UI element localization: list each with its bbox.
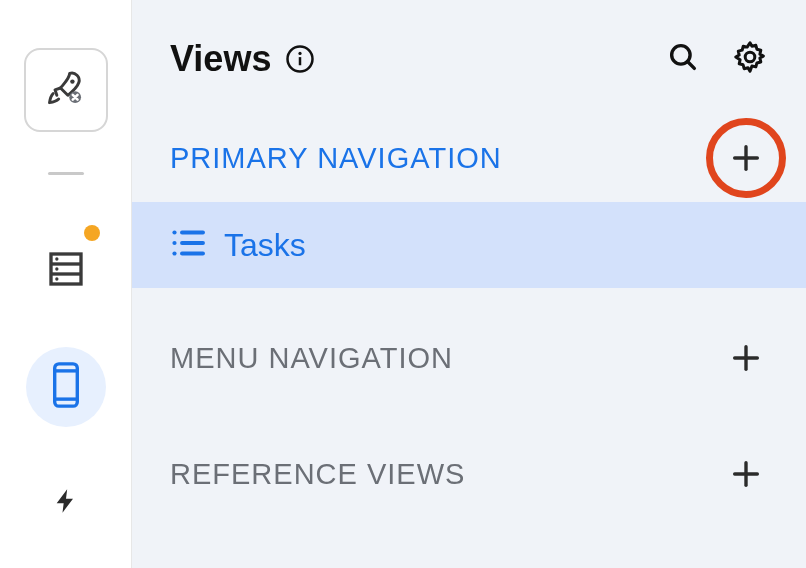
svg-point-0: [70, 79, 74, 83]
bolt-icon: [52, 480, 80, 526]
add-menu-view-button[interactable]: [724, 336, 768, 380]
info-icon[interactable]: [285, 44, 315, 74]
rocket-icon: [44, 66, 88, 114]
svg-point-16: [745, 52, 755, 62]
section-label-menu: MENU NAVIGATION: [170, 342, 453, 375]
mobile-icon: [49, 361, 83, 413]
svg-line-15: [688, 62, 695, 69]
app-root: Views: [0, 0, 806, 568]
search-icon: [666, 40, 700, 78]
rail-divider: [48, 172, 84, 175]
section-menu-navigation: MENU NAVIGATION: [132, 328, 806, 388]
svg-point-13: [299, 52, 302, 55]
rail-item-data[interactable]: [26, 231, 106, 311]
panel-title: Views: [170, 38, 271, 80]
svg-point-21: [172, 251, 176, 255]
section-label-reference: REFERENCE VIEWS: [170, 458, 465, 491]
view-item-label: Tasks: [224, 227, 306, 264]
header-actions: [666, 39, 768, 79]
section-primary-navigation: PRIMARY NAVIGATION: [132, 128, 806, 188]
gear-icon: [732, 39, 768, 79]
add-primary-view-button[interactable]: [724, 136, 768, 180]
svg-point-19: [172, 230, 176, 234]
svg-point-7: [55, 277, 58, 280]
panel-header: Views: [132, 0, 806, 80]
views-panel: Views: [132, 0, 806, 568]
view-item-tasks[interactable]: Tasks: [132, 202, 806, 288]
rail-item-mobile[interactable]: [26, 347, 106, 427]
svg-point-20: [172, 241, 176, 245]
rail-launch-button[interactable]: [24, 48, 108, 132]
data-icon: [46, 249, 86, 293]
add-reference-view-button[interactable]: [724, 452, 768, 496]
notification-badge: [84, 225, 100, 241]
search-button[interactable]: [666, 40, 700, 78]
section-label-primary: PRIMARY NAVIGATION: [170, 142, 502, 175]
rail-item-automation[interactable]: [26, 463, 106, 543]
svg-point-5: [55, 257, 58, 260]
list-icon: [170, 228, 206, 262]
svg-point-6: [55, 267, 58, 270]
section-reference-views: REFERENCE VIEWS: [132, 444, 806, 504]
left-rail: [0, 0, 132, 568]
settings-button[interactable]: [732, 39, 768, 79]
